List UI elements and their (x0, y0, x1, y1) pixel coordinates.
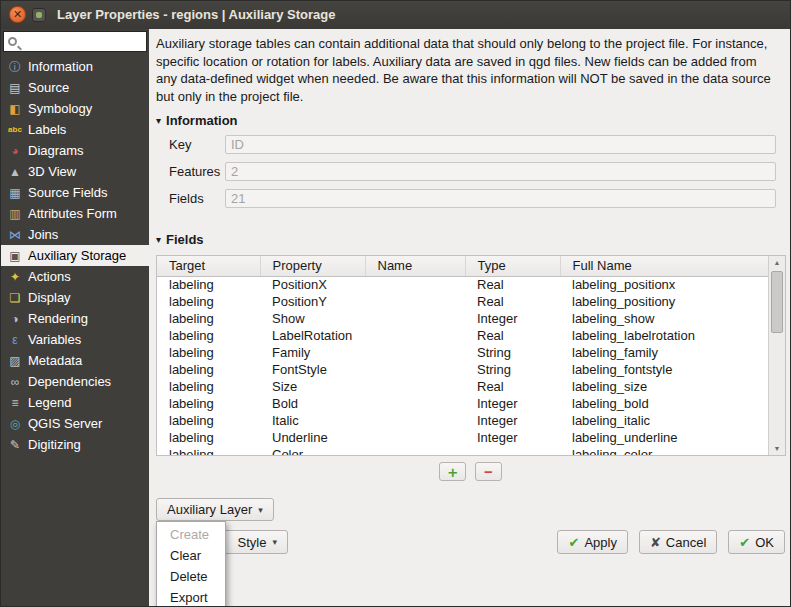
close-button[interactable]: ✕ (9, 6, 26, 23)
sidebar-item-variables[interactable]: εVariables (1, 329, 149, 350)
table-cell: Integer (465, 395, 560, 412)
auxiliary-layer-button-label: Auxiliary Layer (167, 502, 252, 517)
table-row[interactable]: labelingPositionXReallabeling_positionx (157, 276, 769, 293)
menu-item-export[interactable]: Export (157, 587, 225, 607)
table-cell: Color (260, 446, 365, 456)
table-row[interactable]: labelingItalicIntegerlabeling_italic (157, 412, 769, 429)
sidebar-item-display[interactable]: ❏Display (1, 287, 149, 308)
fields-count-value-field: 21 (225, 189, 776, 208)
table-cell (365, 310, 465, 327)
minus-icon: − (484, 464, 493, 479)
apply-button[interactable]: ✔ Apply (557, 530, 627, 554)
table-cell: labeling_underline (560, 429, 769, 446)
sidebar-item-label: QGIS Server (28, 416, 102, 431)
menu-item-create: Create (157, 524, 225, 545)
collapse-arrow-icon: ▾ (156, 115, 161, 126)
scroll-down-icon[interactable]: ▼ (769, 442, 785, 455)
check-icon: ✔ (568, 535, 579, 550)
sidebar-item-information[interactable]: ⓘInformation (1, 56, 149, 77)
sidebar-item-metadata[interactable]: ▨Metadata (1, 350, 149, 371)
table-cell: labeling_size (560, 378, 769, 395)
sidebar-item-diagrams[interactable]: ◕Diagrams (1, 140, 149, 161)
sidebar-item-joins[interactable]: ⋈Joins (1, 224, 149, 245)
menu-item-delete[interactable]: Delete (157, 566, 225, 587)
sidebar-item-source-fields[interactable]: ▦Source Fields (1, 182, 149, 203)
table-cell: labeling_family (560, 344, 769, 361)
scroll-up-icon[interactable]: ▲ (769, 256, 785, 269)
sidebar-item-dependencies[interactable]: ∞Dependencies (1, 371, 149, 392)
source-fields-icon: ▦ (6, 187, 24, 199)
table-row[interactable]: labelingBoldIntegerlabeling_bold (157, 395, 769, 412)
fields-section-header[interactable]: ▾Fields (156, 232, 204, 247)
information-section-header[interactable]: ▾Information (156, 113, 238, 128)
fields-table-body: labelingPositionXReallabeling_positionxl… (157, 276, 769, 456)
table-cell: PositionX (260, 276, 365, 293)
table-cell: PositionY (260, 293, 365, 310)
table-cell: Real (465, 327, 560, 344)
remove-field-button[interactable]: − (475, 462, 502, 481)
ok-button[interactable]: ✔ OK (728, 530, 785, 554)
table-cell: labeling_show (560, 310, 769, 327)
menu-item-clear[interactable]: Clear (157, 545, 225, 566)
table-row[interactable]: labelingPositionYReallabeling_positiony (157, 293, 769, 310)
table-row[interactable]: labelingShowIntegerlabeling_show (157, 310, 769, 327)
auxiliary-storage-description: Auxiliary storage tables can contain add… (156, 35, 774, 105)
sidebar-item-3d-view[interactable]: ▲3D View (1, 161, 149, 182)
sidebar-item-rendering[interactable]: ◑Rendering (1, 308, 149, 329)
sidebar-item-symbology[interactable]: ◧Symbology (1, 98, 149, 119)
sidebar-item-qgis-server[interactable]: ◎QGIS Server (1, 413, 149, 434)
chevron-down-icon: ▾ (272, 537, 277, 547)
labels-icon: abc (6, 126, 24, 134)
actions-icon: ✦ (6, 271, 24, 283)
titlebar: ✕ Layer Properties - regions | Auxiliary… (1, 1, 790, 29)
table-cell: Show (260, 310, 365, 327)
key-row: Key ID (169, 135, 776, 154)
digitizing-icon: ✎ (6, 439, 24, 451)
sidebar-item-label: Source Fields (28, 185, 107, 200)
search-input[interactable] (17, 32, 146, 51)
sidebar-item-label: Attributes Form (28, 206, 117, 221)
table-cell: Integer (465, 429, 560, 446)
attributes-form-icon: ▥ (6, 208, 24, 220)
sidebar-item-legend[interactable]: ≡Legend (1, 392, 149, 413)
table-cell (465, 446, 560, 456)
scrollbar-thumb[interactable] (771, 271, 783, 333)
sidebar-item-label: Digitizing (28, 437, 81, 452)
window-title: Layer Properties - regions | Auxiliary S… (57, 7, 335, 22)
cancel-button[interactable]: ✘ Cancel (639, 530, 717, 554)
table-cell (365, 276, 465, 293)
table-cell: labeling_positiony (560, 293, 769, 310)
table-row[interactable]: labelingUnderlineIntegerlabeling_underli… (157, 429, 769, 446)
x-icon: ✘ (650, 535, 661, 550)
sidebar-item-actions[interactable]: ✦Actions (1, 266, 149, 287)
table-row[interactable]: labelingLabelRotationReallabeling_labelr… (157, 327, 769, 344)
auxiliary-storage-icon: ▣ (6, 250, 24, 262)
add-field-button[interactable]: ＋ (439, 462, 466, 481)
table-row[interactable]: labelingColorlabeling_color (157, 446, 769, 456)
sidebar-item-auxiliary-storage[interactable]: ▣Auxiliary Storage (1, 245, 149, 266)
table-cell: Real (465, 276, 560, 293)
table-cell: labeling_italic (560, 412, 769, 429)
table-row[interactable]: labelingSizeReallabeling_size (157, 378, 769, 395)
sidebar-item-labels[interactable]: abcLabels (1, 119, 149, 140)
sidebar-item-source[interactable]: ▤Source (1, 77, 149, 98)
column-header-property: Property (260, 256, 365, 276)
table-cell: String (465, 344, 560, 361)
table-cell: labeling (157, 378, 260, 395)
column-header-target: Target (157, 256, 260, 276)
sidebar-search (3, 31, 147, 52)
layer-properties-window: ✕ Layer Properties - regions | Auxiliary… (0, 0, 791, 607)
sidebar-item-digitizing[interactable]: ✎Digitizing (1, 434, 149, 455)
table-row[interactable]: labelingFontStyleStringlabeling_fontstyl… (157, 361, 769, 378)
display-icon: ❏ (6, 292, 24, 304)
auxiliary-layer-button[interactable]: Auxiliary Layer ▾ (156, 498, 274, 521)
table-cell: Bold (260, 395, 365, 412)
sidebar-item-attributes-form[interactable]: ▥Attributes Form (1, 203, 149, 224)
sidebar-item-label: Dependencies (28, 374, 111, 389)
table-scrollbar[interactable]: ▲ ▼ (768, 256, 785, 455)
sidebar-item-label: Variables (28, 332, 81, 347)
table-row[interactable]: labelingFamilyStringlabeling_family (157, 344, 769, 361)
sidebar-item-label: Legend (28, 395, 71, 410)
dependencies-icon: ∞ (6, 376, 24, 388)
cancel-button-label: Cancel (666, 535, 706, 550)
